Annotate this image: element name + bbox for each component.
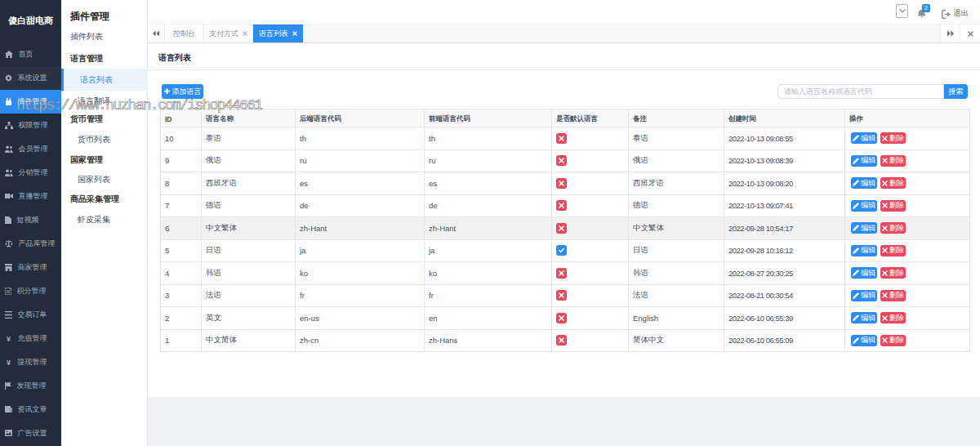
svg-text:¥: ¥ bbox=[6, 359, 10, 366]
svg-text:¥: ¥ bbox=[6, 335, 10, 342]
